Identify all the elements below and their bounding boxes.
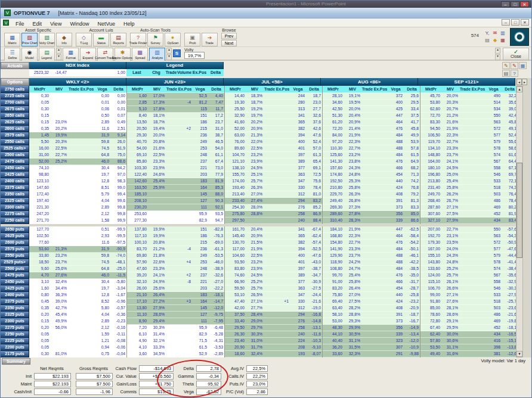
- cell[interactable]: 100,10: [127, 240, 148, 246]
- cell[interactable]: 56,0%: [50, 325, 68, 331]
- cell[interactable]: 254,30: [225, 204, 246, 211]
- cell[interactable]: -67,4: [306, 226, 322, 233]
- cell[interactable]: 28,2%: [344, 305, 361, 312]
- cell[interactable]: 454: [388, 172, 404, 178]
- cell[interactable]: 41,60: [225, 119, 246, 126]
- cell[interactable]: 81,9: [502, 211, 518, 217]
- cell[interactable]: 20,3%: [441, 100, 459, 106]
- cell[interactable]: [50, 331, 68, 338]
- cell[interactable]: -54,3: [502, 233, 518, 240]
- cell[interactable]: 377: [290, 165, 306, 172]
- strategy-button[interactable]: S: [173, 49, 181, 57]
- cell[interactable]: 81,0: [306, 191, 322, 198]
- cell[interactable]: 81,9: [208, 178, 224, 185]
- help-icon[interactable]: ?: [511, 70, 518, 77]
- cell[interactable]: 8,51: [94, 185, 110, 191]
- cell[interactable]: [276, 338, 290, 344]
- cell[interactable]: 488: [388, 259, 404, 266]
- cell[interactable]: 133,60: [420, 266, 441, 272]
- cell[interactable]: 514: [485, 100, 502, 106]
- cell[interactable]: -16,8: [306, 312, 322, 318]
- cell[interactable]: 26,0: [110, 139, 126, 145]
- cell[interactable]: 294: [290, 198, 306, 204]
- cell[interactable]: -8,07: [306, 351, 322, 357]
- cell[interactable]: [459, 185, 471, 191]
- cell[interactable]: [361, 266, 373, 272]
- cell[interactable]: 17,8%: [148, 106, 166, 113]
- cell[interactable]: 102,50: [29, 233, 50, 240]
- cell[interactable]: 51,30: [323, 113, 344, 119]
- cell[interactable]: 454: [388, 285, 404, 292]
- cell[interactable]: [166, 178, 178, 185]
- cell[interactable]: 4,70: [29, 272, 50, 279]
- cell[interactable]: -0,57: [110, 305, 126, 312]
- cell[interactable]: [264, 198, 276, 204]
- cell[interactable]: 23,5%: [441, 240, 459, 246]
- cell[interactable]: 533: [485, 178, 502, 185]
- cell[interactable]: [459, 272, 471, 279]
- cell[interactable]: [68, 226, 80, 233]
- cell[interactable]: 341: [290, 113, 306, 119]
- cell[interactable]: [50, 344, 68, 351]
- cell[interactable]: 66,90: [225, 279, 246, 285]
- col-header-delta[interactable]: Delta: [208, 86, 224, 93]
- cell[interactable]: [361, 318, 373, 325]
- vertical-scrollbar[interactable]: ▲ ▼: [516, 86, 523, 357]
- cell[interactable]: [361, 126, 373, 132]
- cell[interactable]: [68, 185, 80, 191]
- cell[interactable]: -13,8: [502, 344, 518, 351]
- cell[interactable]: [178, 113, 192, 119]
- cell[interactable]: 106,70: [420, 285, 441, 292]
- cell[interactable]: 0,05: [29, 100, 50, 106]
- cell[interactable]: 164,00: [420, 158, 441, 165]
- cell[interactable]: 0,06: [94, 106, 110, 113]
- cell[interactable]: 213,40: [225, 191, 246, 198]
- cell[interactable]: 127: [192, 312, 208, 318]
- cell[interactable]: [471, 132, 485, 139]
- cell[interactable]: [178, 198, 192, 204]
- cell[interactable]: [50, 217, 68, 224]
- cell[interactable]: 9,60: [29, 266, 50, 272]
- cell[interactable]: 11,6: [94, 126, 110, 132]
- cell[interactable]: 4,10: [127, 344, 148, 351]
- cell[interactable]: 95,9: [192, 325, 208, 331]
- row-label[interactable]: 2475 puts: [1, 272, 29, 279]
- cell[interactable]: [459, 106, 471, 113]
- reports-button[interactable]: ▤Reports: [110, 33, 126, 46]
- bg-minimize-button[interactable]: –: [501, 1, 510, 7]
- cell[interactable]: [80, 338, 94, 344]
- cell[interactable]: [459, 253, 471, 259]
- cell[interactable]: 52,00: [29, 158, 50, 165]
- cell[interactable]: [459, 191, 471, 198]
- col-header-miv[interactable]: MIV: [344, 86, 361, 93]
- cell[interactable]: [80, 165, 94, 172]
- cell[interactable]: 21,3%: [246, 132, 264, 139]
- cell[interactable]: [178, 226, 192, 233]
- cell[interactable]: -38,4: [502, 266, 518, 272]
- cell[interactable]: 164: [192, 298, 208, 305]
- cell[interactable]: -11,6: [306, 331, 322, 338]
- cell[interactable]: [68, 233, 80, 240]
- cell[interactable]: 98,80: [29, 172, 50, 178]
- row-label[interactable]: 2650 puts: [1, 226, 29, 233]
- cell[interactable]: [373, 191, 388, 198]
- cell[interactable]: [471, 259, 485, 266]
- cell[interactable]: [361, 139, 373, 145]
- cell[interactable]: 76,4: [502, 191, 518, 198]
- cell[interactable]: 28,8%: [344, 312, 361, 318]
- cell[interactable]: 24,7%: [344, 266, 361, 272]
- cell[interactable]: 106,50: [420, 132, 441, 139]
- cell[interactable]: [80, 272, 94, 279]
- cell[interactable]: [166, 152, 178, 158]
- cell[interactable]: -35,0: [404, 272, 420, 279]
- cell[interactable]: 0,51: [94, 226, 110, 233]
- cell[interactable]: [459, 246, 471, 253]
- cell[interactable]: 108,80: [323, 266, 344, 272]
- cell[interactable]: [68, 178, 80, 185]
- cell[interactable]: 27,4%: [246, 198, 264, 204]
- cell[interactable]: [276, 132, 290, 139]
- cell[interactable]: 394: [290, 246, 306, 253]
- cell[interactable]: [178, 211, 192, 217]
- cell[interactable]: [373, 266, 388, 272]
- cell[interactable]: 27,6%: [441, 298, 459, 305]
